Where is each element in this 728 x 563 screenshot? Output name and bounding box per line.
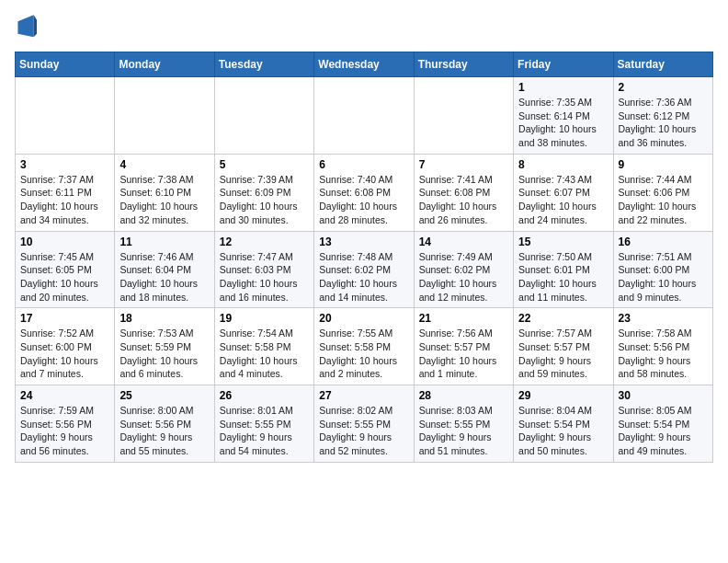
day-number: 12	[220, 236, 309, 248]
day-number: 24	[20, 389, 109, 402]
calendar-cell: 11Sunrise: 7:46 AM Sunset: 6:04 PM Dayli…	[115, 231, 214, 308]
day-info: Sunrise: 7:40 AM Sunset: 6:08 PM Dayligh…	[319, 173, 408, 227]
weekday-wednesday: Wednesday	[314, 52, 414, 77]
calendar-cell: 19Sunrise: 7:54 AM Sunset: 5:58 PM Dayli…	[214, 308, 313, 385]
day-number: 26	[220, 389, 309, 402]
day-number: 28	[419, 389, 508, 402]
day-info: Sunrise: 8:02 AM Sunset: 5:55 PM Dayligh…	[319, 404, 408, 458]
calendar-cell: 23Sunrise: 7:58 AM Sunset: 5:56 PM Dayli…	[613, 308, 712, 385]
day-number: 11	[119, 236, 209, 248]
calendar-cell: 12Sunrise: 7:47 AM Sunset: 6:03 PM Dayli…	[214, 231, 313, 308]
day-number: 2	[619, 81, 708, 94]
calendar-cell: 8Sunrise: 7:43 AM Sunset: 6:07 PM Daylig…	[514, 154, 613, 231]
calendar-cell: 14Sunrise: 7:49 AM Sunset: 6:02 PM Dayli…	[414, 231, 513, 308]
day-number: 14	[419, 236, 508, 248]
day-number: 7	[419, 158, 508, 171]
day-info: Sunrise: 7:43 AM Sunset: 6:07 PM Dayligh…	[518, 173, 608, 227]
calendar-cell	[314, 77, 414, 155]
weekday-thursday: Thursday	[414, 52, 513, 77]
svg-marker-1	[34, 15, 37, 37]
calendar-header: SundayMondayTuesdayWednesdayThursdayFrid…	[16, 52, 713, 77]
calendar-week-3: 10Sunrise: 7:45 AM Sunset: 6:05 PM Dayli…	[16, 231, 713, 308]
day-info: Sunrise: 8:05 AM Sunset: 5:54 PM Dayligh…	[619, 404, 708, 458]
calendar-week-4: 17Sunrise: 7:52 AM Sunset: 6:00 PM Dayli…	[16, 308, 713, 385]
day-number: 13	[319, 236, 408, 248]
day-number: 17	[20, 312, 109, 325]
day-info: Sunrise: 8:03 AM Sunset: 5:55 PM Dayligh…	[419, 404, 508, 458]
day-number: 22	[518, 312, 608, 325]
calendar-week-1: 1Sunrise: 7:35 AM Sunset: 6:14 PM Daylig…	[16, 77, 713, 155]
calendar-cell	[214, 77, 313, 155]
calendar-week-5: 24Sunrise: 7:59 AM Sunset: 5:56 PM Dayli…	[16, 385, 713, 463]
calendar-cell: 22Sunrise: 7:57 AM Sunset: 5:57 PM Dayli…	[514, 308, 613, 385]
day-number: 25	[119, 389, 209, 402]
calendar-cell: 5Sunrise: 7:39 AM Sunset: 6:09 PM Daylig…	[214, 154, 313, 231]
calendar-cell: 15Sunrise: 7:50 AM Sunset: 6:01 PM Dayli…	[514, 231, 613, 308]
day-number: 9	[619, 158, 708, 171]
day-info: Sunrise: 7:48 AM Sunset: 6:02 PM Dayligh…	[319, 250, 408, 304]
day-info: Sunrise: 7:38 AM Sunset: 6:10 PM Dayligh…	[119, 173, 209, 227]
day-number: 8	[518, 158, 608, 171]
day-info: Sunrise: 7:57 AM Sunset: 5:57 PM Dayligh…	[518, 327, 608, 381]
day-info: Sunrise: 7:35 AM Sunset: 6:14 PM Dayligh…	[518, 96, 608, 150]
day-number: 29	[518, 389, 608, 402]
day-info: Sunrise: 7:36 AM Sunset: 6:12 PM Dayligh…	[619, 96, 708, 150]
calendar-cell: 2Sunrise: 7:36 AM Sunset: 6:12 PM Daylig…	[613, 77, 712, 155]
day-number: 23	[619, 312, 708, 325]
calendar-cell: 27Sunrise: 8:02 AM Sunset: 5:55 PM Dayli…	[314, 385, 414, 463]
weekday-monday: Monday	[115, 52, 214, 77]
day-number: 4	[119, 158, 209, 171]
day-info: Sunrise: 7:58 AM Sunset: 5:56 PM Dayligh…	[619, 327, 708, 381]
day-info: Sunrise: 7:56 AM Sunset: 5:57 PM Dayligh…	[419, 327, 508, 381]
calendar-cell: 28Sunrise: 8:03 AM Sunset: 5:55 PM Dayli…	[414, 385, 513, 463]
weekday-sunday: Sunday	[16, 52, 115, 77]
calendar-cell: 17Sunrise: 7:52 AM Sunset: 6:00 PM Dayli…	[16, 308, 115, 385]
day-number: 1	[518, 81, 608, 94]
calendar-cell: 3Sunrise: 7:37 AM Sunset: 6:11 PM Daylig…	[16, 154, 115, 231]
day-info: Sunrise: 7:51 AM Sunset: 6:00 PM Dayligh…	[619, 250, 708, 304]
calendar-cell: 26Sunrise: 8:01 AM Sunset: 5:55 PM Dayli…	[214, 385, 313, 463]
calendar-cell: 24Sunrise: 7:59 AM Sunset: 5:56 PM Dayli…	[16, 385, 115, 463]
day-number: 30	[619, 389, 708, 402]
svg-marker-0	[17, 15, 33, 37]
day-info: Sunrise: 7:37 AM Sunset: 6:11 PM Dayligh…	[20, 173, 109, 227]
calendar-table: SundayMondayTuesdayWednesdayThursdayFrid…	[15, 52, 713, 463]
day-info: Sunrise: 7:59 AM Sunset: 5:56 PM Dayligh…	[20, 404, 109, 458]
calendar-week-2: 3Sunrise: 7:37 AM Sunset: 6:11 PM Daylig…	[16, 154, 713, 231]
weekday-friday: Friday	[514, 52, 613, 77]
day-number: 19	[220, 312, 309, 325]
day-info: Sunrise: 7:55 AM Sunset: 5:58 PM Dayligh…	[319, 327, 408, 381]
calendar-body: 1Sunrise: 7:35 AM Sunset: 6:14 PM Daylig…	[16, 77, 713, 463]
day-number: 20	[319, 312, 408, 325]
day-info: Sunrise: 7:49 AM Sunset: 6:02 PM Dayligh…	[419, 250, 508, 304]
calendar-cell: 16Sunrise: 7:51 AM Sunset: 6:00 PM Dayli…	[613, 231, 712, 308]
day-number: 5	[220, 158, 309, 171]
page-header	[15, 15, 713, 40]
day-info: Sunrise: 7:46 AM Sunset: 6:04 PM Dayligh…	[119, 250, 209, 304]
logo-icon	[15, 15, 37, 40]
day-number: 6	[319, 158, 408, 171]
calendar-cell: 1Sunrise: 7:35 AM Sunset: 6:14 PM Daylig…	[514, 77, 613, 155]
weekday-header-row: SundayMondayTuesdayWednesdayThursdayFrid…	[16, 52, 713, 77]
day-info: Sunrise: 7:54 AM Sunset: 5:58 PM Dayligh…	[220, 327, 309, 381]
calendar-cell	[16, 77, 115, 155]
calendar-cell: 20Sunrise: 7:55 AM Sunset: 5:58 PM Dayli…	[314, 308, 414, 385]
day-info: Sunrise: 7:45 AM Sunset: 6:05 PM Dayligh…	[20, 250, 109, 304]
calendar-cell: 21Sunrise: 7:56 AM Sunset: 5:57 PM Dayli…	[414, 308, 513, 385]
day-info: Sunrise: 8:01 AM Sunset: 5:55 PM Dayligh…	[220, 404, 309, 458]
calendar-cell: 29Sunrise: 8:04 AM Sunset: 5:54 PM Dayli…	[514, 385, 613, 463]
weekday-tuesday: Tuesday	[214, 52, 313, 77]
calendar-cell: 10Sunrise: 7:45 AM Sunset: 6:05 PM Dayli…	[16, 231, 115, 308]
day-info: Sunrise: 7:39 AM Sunset: 6:09 PM Dayligh…	[220, 173, 309, 227]
calendar-cell: 7Sunrise: 7:41 AM Sunset: 6:08 PM Daylig…	[414, 154, 513, 231]
logo	[15, 15, 40, 40]
day-info: Sunrise: 7:44 AM Sunset: 6:06 PM Dayligh…	[619, 173, 708, 227]
day-number: 21	[419, 312, 508, 325]
day-number: 15	[518, 236, 608, 248]
calendar-cell	[115, 77, 214, 155]
calendar-cell: 30Sunrise: 8:05 AM Sunset: 5:54 PM Dayli…	[613, 385, 712, 463]
day-number: 16	[619, 236, 708, 248]
calendar-cell: 4Sunrise: 7:38 AM Sunset: 6:10 PM Daylig…	[115, 154, 214, 231]
day-number: 10	[20, 236, 109, 248]
day-info: Sunrise: 7:41 AM Sunset: 6:08 PM Dayligh…	[419, 173, 508, 227]
